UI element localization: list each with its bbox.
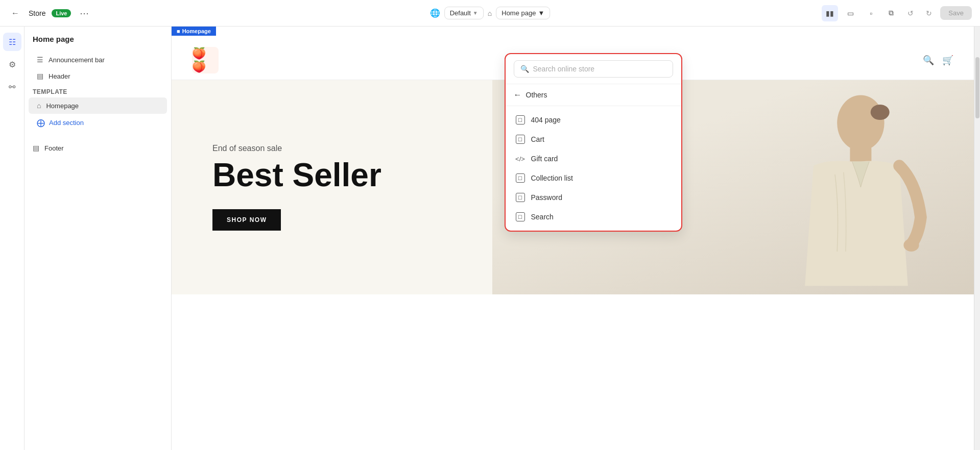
sidebar-panel: Home page ☰ Announcement bar ▤ Header Te…: [25, 27, 172, 450]
topbar-center: 🌐 Default ▼ ⌂ Home page ▼: [430, 7, 551, 19]
more-button[interactable]: ⋯: [77, 6, 91, 20]
page-icon-404: ☐: [516, 115, 525, 124]
chevron-down-icon-2: ▼: [538, 9, 544, 17]
save-button[interactable]: Save: [940, 6, 972, 20]
content-area: 🔍 ← Others ☐ 404 page ☐ Cart: [172, 27, 980, 450]
home-sidebar-icon: ⌂: [37, 102, 41, 110]
add-section-button[interactable]: ⨁ Add section: [29, 114, 167, 132]
footer-label: Footer: [44, 144, 64, 152]
sidebar-content: ☰ Announcement bar ▤ Header Template ⌂ H…: [25, 47, 171, 450]
main-layout: ☷ ⚙ ⚯ Home page ☰ Announcement bar ▤ Hea…: [0, 27, 980, 450]
sidebar-item-homepage[interactable]: ⌂ Homepage: [29, 97, 167, 114]
home-tag-icon: ■: [177, 28, 180, 34]
page-label: Home page: [501, 9, 536, 17]
menu-item-cart[interactable]: ☐ Cart: [506, 130, 681, 149]
scrollbar[interactable]: [974, 27, 980, 450]
menu-item-404[interactable]: ☐ 404 page: [506, 110, 681, 130]
others-header: ← Others: [506, 84, 681, 106]
svg-point-3: [903, 239, 919, 252]
announcement-bar-icon: ☰: [37, 56, 43, 64]
page-icon-gift-card: </>: [516, 154, 525, 163]
globe-icon: 🌐: [430, 8, 440, 18]
default-label: Default: [450, 9, 471, 17]
menu-item-search[interactable]: ☐ Search: [506, 207, 681, 227]
svg-point-1: [871, 105, 890, 120]
preview-logo: 🍑🍑: [192, 47, 219, 73]
add-section-label: Add section: [49, 119, 84, 127]
announcement-bar-label: Announcement bar: [49, 56, 105, 64]
desktop-view-button[interactable]: ▮▮: [822, 5, 838, 21]
preview-nav-right: 🔍 🛒: [923, 55, 953, 66]
menu-item-search-label: Search: [531, 213, 554, 221]
sidebar-item-announcement-bar[interactable]: ☰ Announcement bar: [29, 52, 167, 68]
apps-icon-button[interactable]: ⚯: [3, 78, 21, 96]
template-label: Template: [25, 84, 171, 97]
search-input[interactable]: [533, 65, 666, 73]
redo-button[interactable]: ↻: [922, 6, 936, 20]
back-button[interactable]: ←: [8, 6, 22, 20]
back-arrow-icon[interactable]: ←: [514, 90, 522, 99]
search-nav-icon[interactable]: 🔍: [923, 55, 934, 66]
menu-item-collection-list-label: Collection list: [531, 174, 573, 182]
page-icon-collection-list: ☐: [516, 173, 525, 183]
live-badge: Live: [52, 9, 71, 17]
topbar-left: ← Store Live ⋯: [8, 6, 91, 20]
tablet-view-button[interactable]: ▭: [842, 5, 858, 21]
header-label: Header: [49, 72, 70, 80]
menu-item-password-label: Password: [531, 193, 562, 202]
menu-item-cart-label: Cart: [531, 135, 544, 143]
homepage-tag-label: Homepage: [182, 28, 211, 34]
menu-item-404-label: 404 page: [531, 116, 561, 124]
menu-item-gift-card-label: Gift card: [531, 155, 558, 163]
sidebar-item-footer[interactable]: ▤ Footer: [25, 140, 171, 156]
cart-nav-icon[interactable]: 🛒: [942, 55, 953, 66]
icon-sidebar: ☷ ⚙ ⚯: [0, 27, 25, 450]
dropdown-menu: 🔍 ← Others ☐ 404 page ☐ Cart: [505, 53, 682, 232]
homepage-tag: ■ Homepage: [172, 27, 216, 36]
menu-item-password[interactable]: ☐ Password: [506, 188, 681, 207]
pages-icon-button[interactable]: ☷: [3, 33, 21, 51]
search-box: 🔍: [514, 60, 673, 78]
menu-items-list: ☐ 404 page ☐ Cart </> Gift card ☐ Collec…: [506, 106, 681, 231]
store-label: Store: [29, 9, 45, 17]
page-icon-cart: ☐: [516, 135, 525, 144]
homepage-label: Homepage: [46, 102, 79, 110]
menu-item-collection-list[interactable]: ☐ Collection list: [506, 168, 681, 188]
shop-now-button[interactable]: SHOP NOW: [212, 209, 281, 231]
page-icon-search: ☐: [516, 212, 525, 221]
home-icon: ⌂: [488, 9, 492, 17]
sidebar-header: Home page: [25, 27, 171, 47]
grid-view-button[interactable]: ⧉: [883, 5, 899, 21]
undo-button[interactable]: ↺: [903, 6, 918, 20]
settings-icon-button[interactable]: ⚙: [3, 55, 21, 73]
chevron-down-icon: ▼: [473, 10, 478, 16]
others-title: Others: [526, 91, 547, 99]
mobile-view-button[interactable]: ▫: [863, 5, 879, 21]
plus-icon: ⨁: [37, 118, 45, 128]
sidebar-item-header[interactable]: ▤ Header: [29, 68, 167, 84]
svg-point-0: [837, 95, 884, 151]
search-icon: 🔍: [520, 65, 529, 73]
page-dropdown[interactable]: Home page ▼: [496, 7, 550, 19]
dropdown-overlay: 🔍 ← Others ☐ 404 page ☐ Cart: [505, 53, 682, 232]
sidebar-title: Home page: [33, 35, 163, 43]
dropdown-search-area: 🔍: [506, 54, 681, 84]
footer-icon: ▤: [33, 144, 39, 152]
default-dropdown[interactable]: Default ▼: [444, 7, 484, 19]
topbar: ← Store Live ⋯ 🌐 Default ▼ ⌂ Home page ▼…: [0, 0, 980, 27]
scrollbar-thumb: [975, 57, 979, 118]
page-icon-password: ☐: [516, 193, 525, 202]
topbar-right: ▮▮ ▭ ▫ ⧉ ↺ ↻ Save: [822, 5, 972, 21]
menu-item-gift-card[interactable]: </> Gift card: [506, 149, 681, 168]
header-icon: ▤: [37, 72, 43, 80]
